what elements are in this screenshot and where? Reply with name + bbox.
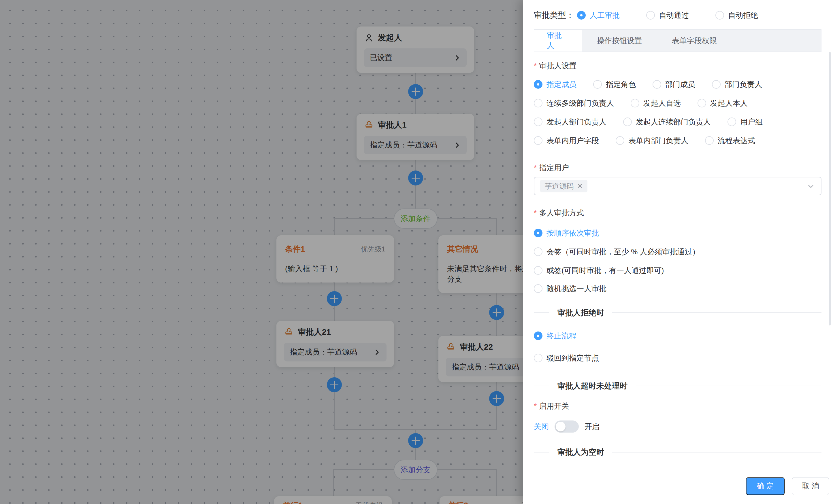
multi-approve-option1: 按顺序依次审批 [534, 227, 822, 239]
radio-initiator-choose[interactable]: 发起人自选 [630, 98, 681, 108]
switch-on-label: 开启 [585, 422, 599, 432]
radio-label: 自动通过 [659, 10, 689, 21]
tab-label: 审批人 [547, 30, 569, 51]
approval-settings-drawer: 审批类型： 人工审批 自动通过 自动拒绝 审批人 操作按钮设置 表单字段权限 *… [523, 0, 833, 504]
empty-approver-divider: 审批人为空时 [534, 446, 822, 457]
required-asterisk: * [534, 61, 537, 70]
reject-section-divider: 审批人拒绝时 [534, 306, 822, 319]
divider-line [636, 386, 822, 386]
reject-option2: 驳回到指定节点 [534, 352, 822, 364]
radio-return-to-node[interactable]: 驳回到指定节点 [534, 353, 599, 363]
multi-approve-option3: 或签(可同时审批，有一人通过即可) [534, 265, 822, 276]
timeout-section-divider: 审批人超时未处理时 [534, 380, 822, 392]
selected-user-tag: 芋道源码 ✕ [540, 180, 588, 193]
enable-switch-label: * 启用开关 [534, 401, 822, 411]
radio-dot [534, 118, 543, 126]
approver-setting-label: * 审批人设置 [534, 60, 822, 71]
radio-dot [652, 80, 661, 89]
approver-setting-row2: 连续多级部门负责人 发起人自选 发起人本人 [534, 97, 822, 109]
divider-line [612, 312, 822, 313]
radio-dot [534, 284, 543, 293]
radio-initiator-self[interactable]: 发起人本人 [697, 98, 748, 108]
divider-line [534, 386, 549, 386]
radio-user-group[interactable]: 用户组 [728, 117, 763, 127]
radio-form-dept-leader[interactable]: 表单内部门负责人 [616, 136, 688, 146]
toggle-knob [556, 422, 566, 431]
radio-dot [712, 80, 720, 89]
drawer-header: 审批类型： 人工审批 自动通过 自动拒绝 [523, 0, 833, 25]
radio-random-one[interactable]: 随机挑选一人审批 [534, 284, 606, 294]
required-asterisk: * [534, 208, 537, 218]
reject-option1: 终止流程 [534, 330, 822, 342]
drawer-tabbar: 审批人 操作按钮设置 表单字段权限 [534, 29, 822, 52]
radio-countersign[interactable]: 会签（可同时审批，至少 % 人必须审批通过） [534, 247, 700, 257]
divider-line [534, 452, 549, 452]
radio-dot [534, 80, 543, 89]
assign-user-select[interactable]: 芋道源码 ✕ [534, 177, 822, 195]
tab-form-field-permissions[interactable]: 表单字段权限 [657, 30, 732, 52]
radio-dot [630, 99, 639, 107]
radio-label: 自动拒绝 [728, 10, 758, 21]
radio-initiator-dept-leader[interactable]: 发起人部门负责人 [534, 117, 606, 127]
drawer-scrollbar[interactable] [829, 52, 831, 325]
tab-action-buttons[interactable]: 操作按钮设置 [582, 30, 657, 52]
radio-dot [534, 99, 543, 107]
radio-manual-approval[interactable]: 人工审批 [577, 10, 620, 21]
radio-dot [593, 80, 602, 89]
divider-line [612, 452, 822, 452]
timeout-section-title: 审批人超时未处理时 [557, 381, 627, 391]
radio-label: 人工审批 [590, 10, 620, 21]
radio-dot [534, 354, 543, 362]
radio-dept-member[interactable]: 部门成员 [652, 79, 695, 90]
remove-tag-icon[interactable]: ✕ [577, 182, 583, 190]
radio-dot [534, 247, 543, 256]
multi-approve-option4: 随机挑选一人审批 [534, 283, 822, 294]
required-asterisk: * [534, 402, 537, 411]
approver-setting-row3: 发起人部门负责人 发起人连续部门负责人 用户组 [534, 116, 822, 128]
radio-auto-reject[interactable]: 自动拒绝 [715, 10, 758, 21]
radio-assigned-role[interactable]: 指定角色 [593, 79, 636, 90]
radio-dot [577, 11, 586, 20]
tag-label: 芋道源码 [545, 181, 574, 191]
radio-dot [697, 99, 706, 107]
multi-approve-option2: 会签（可同时审批，至少 % 人必须审批通过） [534, 246, 822, 257]
radio-dot [616, 136, 624, 145]
empty-approver-title: 审批人为空时 [557, 447, 604, 457]
radio-sequential-approval[interactable]: 按顺序依次审批 [534, 228, 599, 238]
approval-type-label: 审批类型： [534, 10, 574, 21]
radio-dot [728, 118, 736, 126]
multi-approve-label: * 多人审批方式 [534, 208, 822, 218]
radio-dot [715, 11, 724, 20]
approver-setting-row4: 表单内用户字段 表单内部门负责人 流程表达式 [534, 135, 822, 146]
chevron-down-icon [807, 182, 815, 191]
radio-dot [534, 266, 543, 275]
radio-dot [534, 229, 543, 237]
tab-approver[interactable]: 审批人 [534, 30, 582, 52]
reject-section-title: 审批人拒绝时 [557, 308, 604, 318]
radio-form-user-field[interactable]: 表单内用户字段 [534, 136, 599, 146]
radio-dot [646, 11, 655, 20]
drawer-body: * 审批人设置 指定成员 指定角色 部门成员 部门负责人 [523, 52, 833, 457]
radio-initiator-multi-dept-leader[interactable]: 发起人连续部门负责人 [623, 117, 711, 127]
confirm-button[interactable]: 确 定 [746, 477, 785, 495]
divider-line [534, 312, 549, 313]
switch-off-label: 关闭 [534, 422, 549, 432]
tab-label: 操作按钮设置 [597, 36, 642, 46]
drawer-footer: 确 定 取 消 [523, 468, 833, 504]
radio-dot [623, 118, 632, 126]
radio-dot [534, 136, 543, 145]
radio-process-expression[interactable]: 流程表达式 [705, 136, 755, 146]
radio-orsign[interactable]: 或签(可同时审批，有一人通过即可) [534, 266, 664, 276]
radio-auto-pass[interactable]: 自动通过 [646, 10, 689, 21]
radio-multi-level-dept-leader[interactable]: 连续多级部门负责人 [534, 98, 614, 108]
radio-assigned-member[interactable]: 指定成员 [534, 79, 576, 90]
required-asterisk: * [534, 163, 537, 172]
timeout-enable-toggle[interactable] [554, 421, 579, 433]
radio-dot [705, 136, 714, 145]
cancel-button[interactable]: 取 消 [792, 477, 829, 495]
radio-dot [534, 331, 543, 340]
radio-terminate-process[interactable]: 终止流程 [534, 331, 576, 341]
assign-user-label: * 指定用户 [534, 162, 822, 173]
tab-label: 表单字段权限 [672, 36, 717, 46]
radio-dept-leader[interactable]: 部门负责人 [712, 79, 762, 90]
